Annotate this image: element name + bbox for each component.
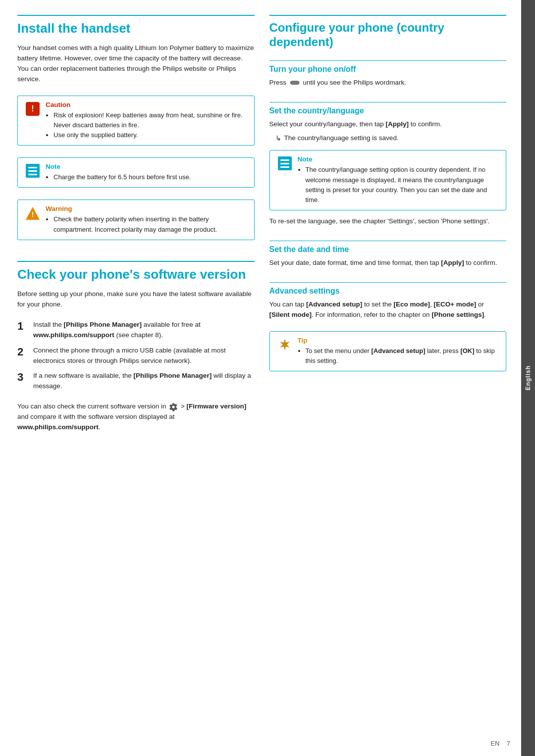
caution-item-1: Risk of explosion! Keep batteries away f…: [54, 110, 247, 130]
note-item-2: The country/language setting option is c…: [306, 165, 499, 205]
date-title: Set the date and time: [269, 241, 507, 254]
warning-content: Warning Check the battery polarity when …: [46, 205, 247, 234]
right-column: Configure your phone (country dependent)…: [269, 15, 507, 741]
tip-item-1: To set the menu under [Advanced setup] l…: [306, 346, 499, 366]
warning-box: ! Warning Check the battery polarity whe…: [17, 200, 255, 240]
tip-list: To set the menu under [Advanced setup] l…: [298, 346, 499, 366]
country-body: Select your country/language, then tap […: [269, 119, 507, 130]
warning-list: Check the battery polarity when insertin…: [46, 214, 247, 234]
main-content: Install the handset Your handset comes w…: [0, 0, 521, 756]
note-icon-2: [277, 155, 293, 171]
warning-item-1: Check the battery polarity when insertin…: [54, 214, 247, 234]
sidebar-label: English: [525, 365, 532, 390]
country-arrow: The country/language setting is saved.: [275, 134, 507, 142]
note-item-1: Charge the battery for 6.5 hours before …: [54, 172, 247, 182]
note-icon-1: [25, 163, 41, 179]
check-footer: You can also check the current software …: [17, 402, 255, 433]
left-column: Install the handset Your handset comes w…: [17, 15, 255, 741]
footer-lang: EN: [490, 740, 499, 747]
note-title-2: Note: [298, 155, 499, 163]
gear-icon-inline: [169, 403, 178, 411]
check-title: Check your phone's software version: [17, 261, 255, 282]
sidebar-tab: English: [521, 0, 535, 756]
install-title: Install the handset: [17, 15, 255, 36]
note-list-1: Charge the battery for 6.5 hours before …: [46, 172, 247, 182]
footer-page: 7: [507, 740, 510, 747]
note-box-1: Note Charge the battery for 6.5 hours be…: [17, 157, 255, 188]
step-3-num: 3: [17, 371, 28, 384]
caution-item-2: Use only the supplied battery.: [54, 130, 247, 140]
configure-title: Configure your phone (country dependent): [269, 15, 507, 50]
warning-icon: !: [25, 205, 41, 221]
step-2: 2 Connect the phone through a micro USB …: [17, 346, 255, 366]
advanced-title: Advanced settings: [269, 282, 507, 296]
step-2-num: 2: [17, 346, 28, 358]
tip-content: Tip To set the menu under [Advanced setu…: [298, 337, 499, 366]
caution-title: Caution: [46, 101, 247, 108]
step-1-text: Install the [Philips Phone Manager] avai…: [33, 320, 255, 341]
step-1-num: 1: [17, 320, 28, 333]
phone-icon-inline: [289, 79, 300, 86]
turn-on-title: Turn your phone on/off: [269, 60, 507, 74]
note-content-2: Note The country/language setting option…: [298, 155, 499, 205]
country-title: Set the country/language: [269, 102, 507, 115]
note-list-2: The country/language setting option is c…: [298, 165, 499, 205]
steps-list: 1 Install the [Philips Phone Manager] av…: [17, 320, 255, 397]
warning-title: Warning: [46, 205, 247, 212]
advanced-body: You can tap [Advanced setup] to set the …: [269, 300, 507, 320]
tip-title: Tip: [298, 337, 499, 344]
note-title-1: Note: [46, 163, 247, 170]
tip-icon: [277, 337, 293, 353]
country-arrow-text: The country/language setting is saved.: [284, 134, 399, 142]
caution-icon-shape: !: [26, 102, 40, 116]
caution-box: ! Caution Risk of explosion! Keep batter…: [17, 96, 255, 146]
note-icon-shape-2: [278, 156, 292, 170]
step-3: 3 If a new software is available, the [P…: [17, 371, 255, 392]
tip-icon-shape: [278, 338, 292, 352]
date-body: Set your date, date format, time and tim…: [269, 258, 507, 268]
footer: EN 7: [490, 740, 510, 747]
step-1: 1 Install the [Philips Phone Manager] av…: [17, 320, 255, 341]
note-box-2: Note The country/language setting option…: [269, 150, 507, 210]
step-2-text: Connect the phone through a micro USB ca…: [33, 346, 255, 366]
install-body: Your handset comes with a high quality L…: [17, 43, 255, 85]
page-wrapper: Install the handset Your handset comes w…: [0, 0, 535, 756]
step-3-text: If a new software is available, the [Phi…: [33, 371, 255, 392]
country-footer: To re-set the language, see the chapter …: [269, 216, 507, 227]
turn-on-body: Press until you see the Philips wordmark…: [269, 78, 507, 88]
caution-icon: !: [25, 101, 41, 117]
note-icon-shape-1: [26, 164, 40, 178]
tip-box: Tip To set the menu under [Advanced setu…: [269, 331, 507, 371]
svg-marker-1: [280, 339, 290, 351]
note-content-1: Note Charge the battery for 6.5 hours be…: [46, 163, 247, 182]
caution-list: Risk of explosion! Keep batteries away f…: [46, 110, 247, 140]
svg-rect-0: [290, 81, 299, 85]
caution-content: Caution Risk of explosion! Keep batterie…: [46, 101, 247, 140]
check-body: Before setting up your phone, make sure …: [17, 289, 255, 310]
